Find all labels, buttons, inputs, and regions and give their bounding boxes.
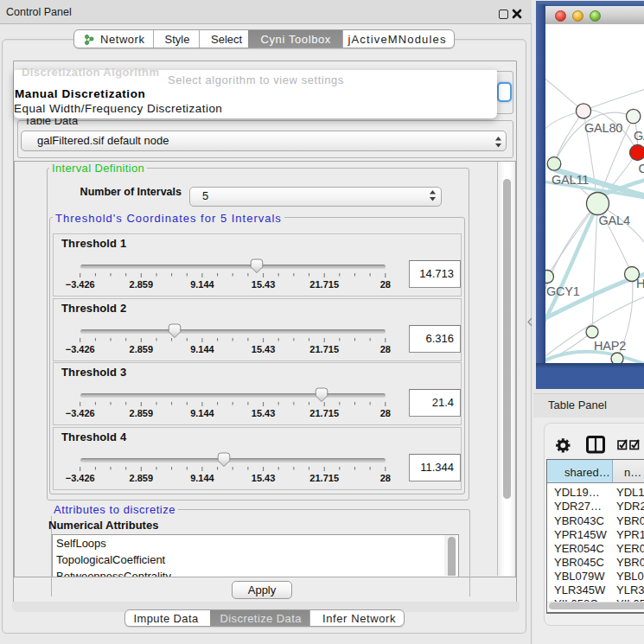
svg-text:GAL80: GAL80 — [584, 121, 622, 135]
svg-text:GA: GA — [634, 129, 644, 143]
svg-text:GCY1: GCY1 — [546, 284, 580, 298]
svg-text:GAL11: GAL11 — [552, 173, 589, 187]
svg-text:O: O — [639, 162, 644, 175]
svg-text:H: H — [636, 277, 644, 290]
svg-text:GAL4: GAL4 — [599, 214, 630, 227]
svg-text:HAP2: HAP2 — [594, 339, 626, 353]
